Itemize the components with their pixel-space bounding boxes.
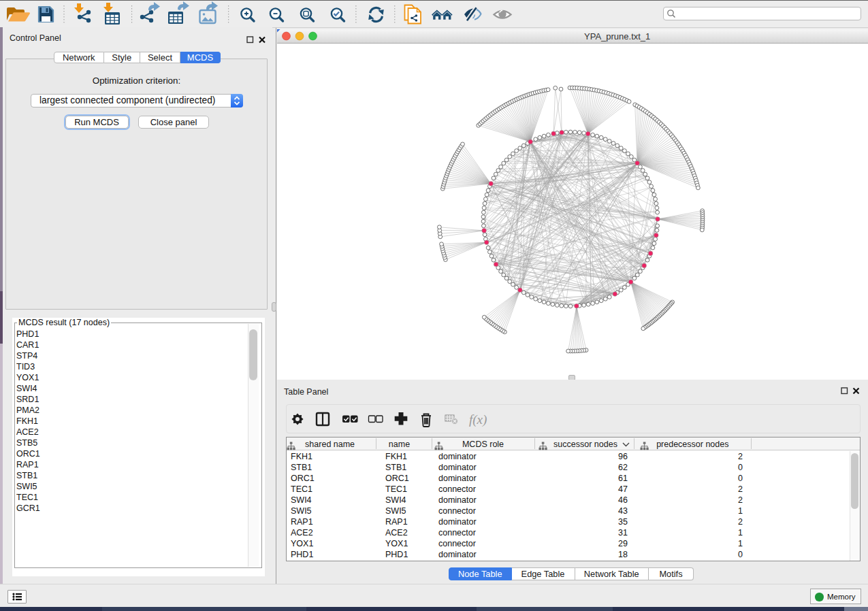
svg-text:f(x): f(x) [469, 412, 487, 427]
